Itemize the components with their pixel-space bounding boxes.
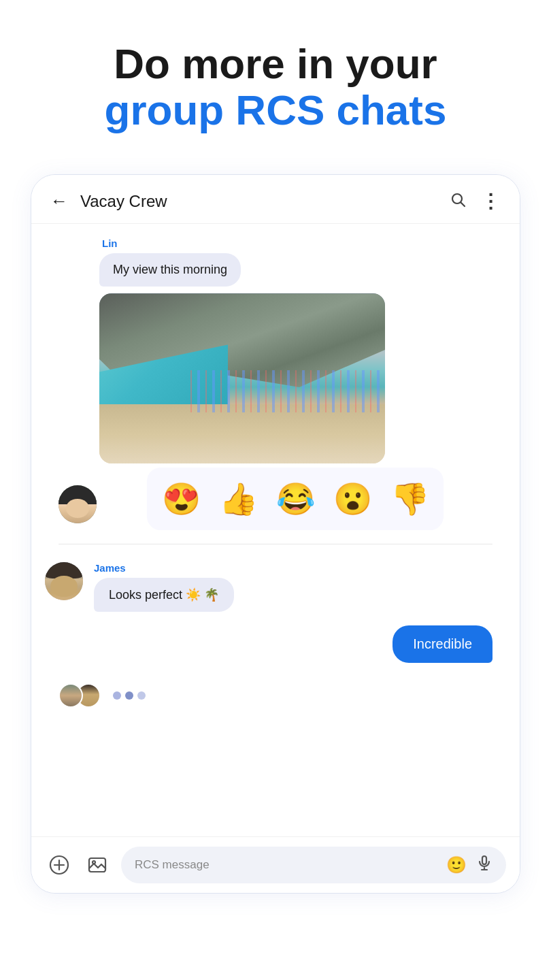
reaction-surprised[interactable]: 😮 xyxy=(325,472,380,526)
top-bar: ← Vacay Crew ⋮ xyxy=(31,175,520,224)
chat-title: Vacay Crew xyxy=(80,192,450,211)
top-icons: ⋮ xyxy=(450,190,501,212)
input-right-icons: 🙂 xyxy=(446,855,492,875)
typing-dots xyxy=(113,691,146,700)
bubble-incredible: Incredible xyxy=(393,625,492,663)
avatar-james xyxy=(45,562,83,600)
lin-content: Lin My view this morning 😍 xyxy=(99,238,506,530)
james-message-block: James Looks perfect ☀️ 🌴 xyxy=(45,562,506,612)
more-icon[interactable]: ⋮ xyxy=(481,190,501,212)
reaction-thumbsup[interactable]: 👍 xyxy=(211,472,265,526)
svg-line-1 xyxy=(461,202,465,206)
input-placeholder: RCS message xyxy=(135,858,210,872)
james-content: James Looks perfect ☀️ 🌴 xyxy=(94,562,506,612)
reaction-laugh[interactable]: 😂 xyxy=(268,472,322,526)
back-button[interactable]: ← xyxy=(50,191,68,212)
input-bar: RCS message 🙂 xyxy=(31,836,520,893)
beach-image xyxy=(99,293,385,463)
svg-point-6 xyxy=(93,861,95,864)
typing-dot-3 xyxy=(137,691,146,700)
emoji-button[interactable]: 🙂 xyxy=(446,855,467,875)
hero-section: Do more in your group RCS chats xyxy=(0,0,551,161)
phone-container: ← Vacay Crew ⋮ Lin xyxy=(31,174,520,894)
typing-indicator xyxy=(45,676,506,715)
reactions-section: 😍 👍 😂 😮 👎 xyxy=(147,468,444,530)
hero-title-line1: Do more in your xyxy=(54,41,497,87)
svg-rect-7 xyxy=(482,856,486,864)
search-icon[interactable] xyxy=(450,191,466,212)
mic-button[interactable] xyxy=(476,855,492,875)
hero-title-line2: group RCS chats xyxy=(54,87,497,133)
chat-area: Lin My view this morning 😍 xyxy=(31,224,520,836)
bubble-lin: My view this morning xyxy=(99,253,241,287)
reaction-thumbsdown[interactable]: 👎 xyxy=(382,472,437,526)
reaction-love[interactable]: 😍 xyxy=(154,472,208,526)
typing-dot-1 xyxy=(113,691,121,700)
sender-name-james: James xyxy=(94,562,506,574)
bubble-james: Looks perfect ☀️ 🌴 xyxy=(94,578,234,612)
typing-dot-2 xyxy=(125,691,133,700)
typing-avatars xyxy=(59,683,101,708)
gallery-button[interactable] xyxy=(83,851,112,879)
self-message-row: Incredible xyxy=(45,625,506,663)
sender-name-lin: Lin xyxy=(102,238,506,249)
message-input-field[interactable]: RCS message 🙂 xyxy=(121,847,506,883)
lin-message-block: Lin My view this morning 😍 xyxy=(45,238,506,530)
avatar-lin xyxy=(59,485,97,523)
add-button[interactable] xyxy=(45,851,73,879)
